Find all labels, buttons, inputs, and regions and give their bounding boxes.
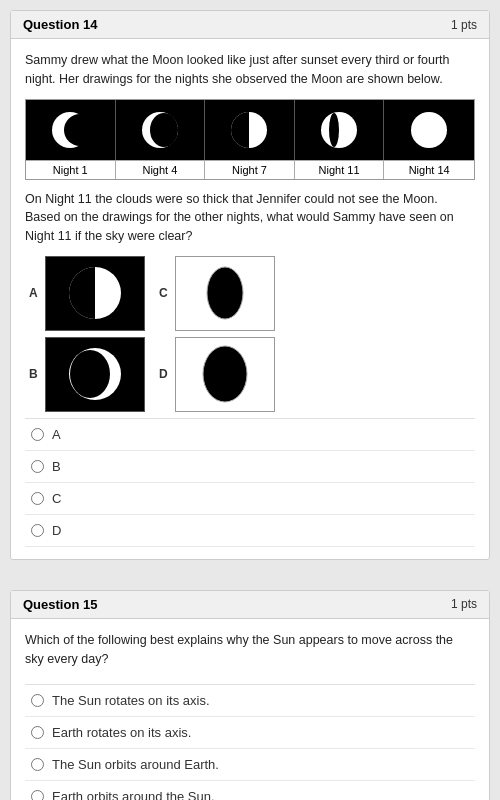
answer-b-img — [45, 337, 145, 412]
q15-radio-2-label: Earth rotates on its axis. — [52, 725, 191, 740]
question-14-subtext: On Night 11 the clouds were so thick tha… — [25, 190, 475, 246]
question-15-pts: 1 pts — [451, 597, 477, 611]
moon-night4-img — [116, 100, 206, 160]
q15-radio-1[interactable] — [31, 694, 44, 707]
question-14-body: Sammy drew what the Moon looked like jus… — [11, 39, 489, 559]
question-15-body: Which of the following best explains why… — [11, 619, 489, 800]
question-15-title: Question 15 — [23, 597, 97, 612]
moon-phases-strip: Night 1 Night 4 — [25, 99, 475, 180]
q15-radio-3-label: The Sun orbits around Earth. — [52, 757, 219, 772]
q15-radio-1-label: The Sun rotates on its axis. — [52, 693, 210, 708]
radio-a[interactable] — [31, 428, 44, 441]
svg-point-7 — [411, 112, 447, 148]
radio-a-label: A — [52, 427, 61, 442]
moon-night11-label: Night 11 — [295, 160, 385, 179]
svg-point-6 — [329, 113, 339, 147]
question-15-card: Question 15 1 pts Which of the following… — [10, 590, 490, 800]
q15-radio-2[interactable] — [31, 726, 44, 739]
answer-images-section: A B — [45, 256, 475, 412]
moon-night11-img — [295, 100, 385, 160]
q15-radio-4[interactable] — [31, 790, 44, 800]
answer-a-label: A — [29, 286, 38, 300]
question-14-text: Sammy drew what the Moon looked like jus… — [25, 51, 475, 89]
moon-night1-img — [26, 100, 116, 160]
radio-c[interactable] — [31, 492, 44, 505]
q15-radio-3[interactable] — [31, 758, 44, 771]
moon-night14: Night 14 — [384, 100, 474, 179]
q15-radio-option-3[interactable]: The Sun orbits around Earth. — [25, 749, 475, 781]
answer-c-img — [175, 256, 275, 331]
q15-radio-option-4[interactable]: Earth orbits around the Sun. — [25, 781, 475, 800]
moon-night1: Night 1 — [26, 100, 116, 179]
answer-d-label: D — [159, 367, 168, 381]
svg-point-3 — [150, 113, 178, 147]
moon-night14-label: Night 14 — [384, 160, 474, 179]
answer-d-img — [175, 337, 275, 412]
answer-a-img — [45, 256, 145, 331]
question-14-title: Question 14 — [23, 17, 97, 32]
radio-option-a[interactable]: A — [25, 419, 475, 451]
moon-night14-img — [384, 100, 474, 160]
svg-point-12 — [203, 346, 247, 402]
svg-point-10 — [70, 350, 110, 398]
question-15-header: Question 15 1 pts — [11, 591, 489, 619]
radio-d[interactable] — [31, 524, 44, 537]
answer-c-label: C — [159, 286, 168, 300]
radio-b[interactable] — [31, 460, 44, 473]
svg-point-11 — [207, 267, 243, 319]
radio-option-b[interactable]: B — [25, 451, 475, 483]
q15-radio-option-2[interactable]: Earth rotates on its axis. — [25, 717, 475, 749]
radio-b-label: B — [52, 459, 61, 474]
moon-night4-label: Night 4 — [116, 160, 206, 179]
moon-night7-img — [205, 100, 295, 160]
question-14-pts: 1 pts — [451, 18, 477, 32]
moon-night11: Night 11 — [295, 100, 385, 179]
radio-c-label: C — [52, 491, 61, 506]
question-15-radio-options: The Sun rotates on its axis. Earth rotat… — [25, 684, 475, 800]
question-14-card: Question 14 1 pts Sammy drew what the Mo… — [10, 10, 490, 560]
radio-option-c[interactable]: C — [25, 483, 475, 515]
answer-b-label: B — [29, 367, 38, 381]
question-14-radio-options: A B C D — [25, 418, 475, 547]
q15-radio-4-label: Earth orbits around the Sun. — [52, 789, 215, 800]
radio-option-d[interactable]: D — [25, 515, 475, 547]
question-14-header: Question 14 1 pts — [11, 11, 489, 39]
question-15-text: Which of the following best explains why… — [25, 631, 475, 669]
moon-night4: Night 4 — [116, 100, 206, 179]
q15-radio-option-1[interactable]: The Sun rotates on its axis. — [25, 685, 475, 717]
moon-night7: Night 7 — [205, 100, 295, 179]
radio-d-label: D — [52, 523, 61, 538]
moon-night7-label: Night 7 — [205, 160, 295, 179]
moon-night1-label: Night 1 — [26, 160, 116, 179]
